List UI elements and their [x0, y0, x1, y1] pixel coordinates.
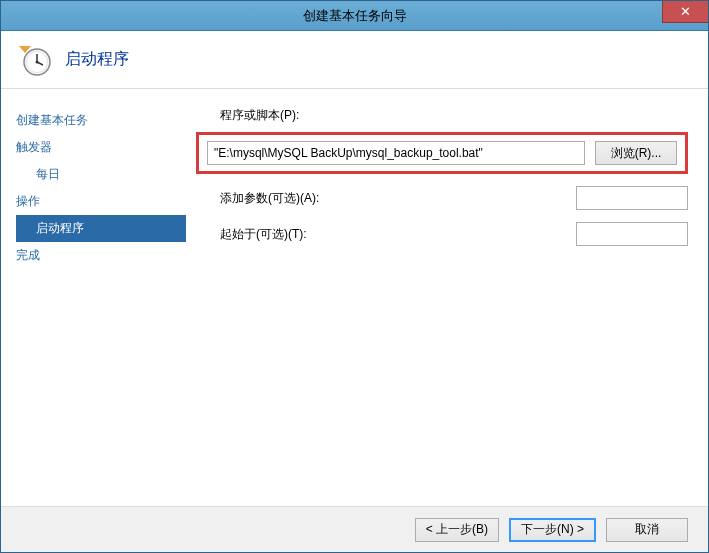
next-button[interactable]: 下一步(N) > [509, 518, 596, 542]
startin-row: 起始于(可选)(T): [196, 222, 688, 246]
args-row: 添加参数(可选)(A): [196, 186, 688, 210]
footer: < 上一步(B) 下一步(N) > 取消 [1, 506, 708, 552]
svg-point-5 [36, 60, 39, 63]
wizard-header: 启动程序 [1, 31, 708, 89]
close-icon: ✕ [680, 4, 691, 19]
sidebar-item-daily[interactable]: 每日 [16, 161, 196, 188]
sidebar-item-start-program[interactable]: 启动程序 [16, 215, 186, 242]
title-bar: 创建基本任务向导 ✕ [1, 1, 708, 31]
clock-icon [19, 44, 51, 76]
back-button[interactable]: < 上一步(B) [415, 518, 499, 542]
script-label: 程序或脚本(P): [196, 107, 688, 124]
startin-input[interactable] [576, 222, 688, 246]
page-title: 启动程序 [65, 49, 129, 70]
content-area: 创建基本任务 触发器 每日 操作 启动程序 完成 程序或脚本(P): 浏览(R)… [1, 89, 708, 506]
sidebar-item-trigger[interactable]: 触发器 [16, 134, 196, 161]
close-button[interactable]: ✕ [662, 1, 708, 23]
startin-label: 起始于(可选)(T): [196, 226, 326, 243]
window-title: 创建基本任务向导 [1, 7, 708, 25]
args-label: 添加参数(可选)(A): [196, 190, 326, 207]
sidebar-item-finish[interactable]: 完成 [16, 242, 196, 269]
browse-button[interactable]: 浏览(R)... [595, 141, 677, 165]
main-panel: 程序或脚本(P): 浏览(R)... 添加参数(可选)(A): 起始于(可选)(… [196, 89, 708, 506]
args-input[interactable] [576, 186, 688, 210]
sidebar-item-action[interactable]: 操作 [16, 188, 196, 215]
sidebar-item-create-task[interactable]: 创建基本任务 [16, 107, 196, 134]
script-input[interactable] [207, 141, 585, 165]
cancel-button[interactable]: 取消 [606, 518, 688, 542]
highlight-annotation: 浏览(R)... [196, 132, 688, 174]
sidebar: 创建基本任务 触发器 每日 操作 启动程序 完成 [1, 89, 196, 506]
